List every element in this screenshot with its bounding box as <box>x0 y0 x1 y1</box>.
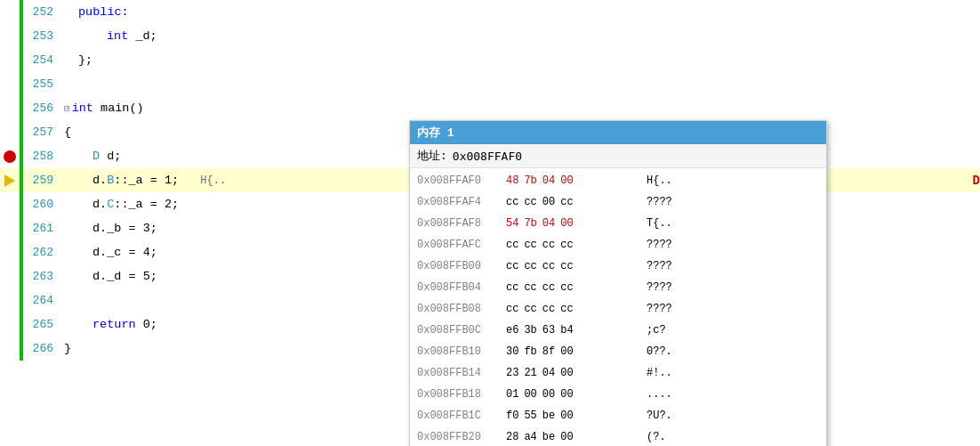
mem-byte-6-2: cc <box>542 303 555 315</box>
mem-byte-8-2: 8f <box>542 345 555 358</box>
mem-byte-5-0: cc <box>506 281 518 294</box>
mem-byte-10-2: 00 <box>542 388 555 401</box>
memory-row-3: 0x008FFAFC cc cc cc cc ???? <box>410 234 826 255</box>
code-line-254: 254 }; <box>0 48 980 72</box>
line-indicator-258 <box>0 150 20 163</box>
mem-byte-10-0: 01 <box>506 388 518 401</box>
mem-byte-12-1: a4 <box>524 431 536 443</box>
mem-ascii-3: ???? <box>647 239 672 251</box>
mem-byte-7-1: 3b <box>524 324 536 337</box>
line-number-258: 258 <box>23 150 60 163</box>
mem-addr-12: 0x008FFB20 <box>417 431 506 443</box>
line-number-254: 254 <box>23 53 60 67</box>
breakpoint-icon[interactable] <box>4 150 16 163</box>
mem-byte-0-1: 7b <box>524 174 536 187</box>
mem-byte-12-0: 28 <box>506 431 518 443</box>
memory-panel-title: 内存 1 <box>410 121 826 144</box>
line-number-262: 262 <box>23 246 60 259</box>
mem-byte-5-1: cc <box>524 281 536 294</box>
mem-byte-0-3: 00 <box>560 174 573 187</box>
mem-bytes-3: cc cc cc cc <box>506 239 639 251</box>
code-line-253: 253 int _d; <box>0 24 980 48</box>
mem-ascii-1: ???? <box>647 196 672 208</box>
mem-byte-2-3: 00 <box>560 217 573 230</box>
memory-panel: 内存 1 地址: 0x008FFAF0 0x008FFAF0 48 7b 04 … <box>409 120 827 446</box>
timing-tooltip: H{.. <box>200 174 226 187</box>
code-line-256: 256 ⊟int main() <box>0 96 980 120</box>
d-label: D <box>973 174 980 188</box>
memory-address-value: 0x008FFAF0 <box>453 150 522 163</box>
mem-byte-4-3: cc <box>560 260 573 272</box>
mem-byte-8-3: 00 <box>560 345 573 358</box>
mem-byte-8-1: fb <box>524 345 536 358</box>
mem-ascii-11: ?U?. <box>647 410 672 422</box>
mem-ascii-5: ???? <box>647 281 672 294</box>
mem-ascii-12: (?. <box>647 431 666 443</box>
memory-row-2: 0x008FFAF8 54 7b 04 00 T{.. <box>410 213 826 234</box>
mem-addr-11: 0x008FFB1C <box>417 410 506 422</box>
mem-ascii-7: ;c? <box>647 324 666 337</box>
mem-addr-4: 0x008FFB00 <box>417 260 506 272</box>
mem-bytes-7: e6 3b 63 b4 <box>506 324 639 337</box>
line-indicator-259 <box>0 174 20 187</box>
mem-byte-4-1: cc <box>524 260 536 272</box>
mem-ascii-10: .... <box>647 388 672 401</box>
line-number-261: 261 <box>23 222 60 235</box>
mem-byte-11-1: 55 <box>524 410 536 422</box>
line-number-265: 265 <box>23 318 60 331</box>
line-number-253: 253 <box>23 29 60 43</box>
memory-row-6: 0x008FFB08 cc cc cc cc ???? <box>410 298 826 320</box>
mem-addr-2: 0x008FFAF8 <box>417 217 506 230</box>
mem-byte-2-2: 04 <box>542 217 555 230</box>
mem-byte-12-2: be <box>542 431 555 443</box>
memory-row-11: 0x008FFB1C f0 55 be 00 ?U?. <box>410 405 826 426</box>
mem-byte-2-1: 7b <box>524 217 536 230</box>
mem-ascii-2: T{.. <box>647 217 672 230</box>
mem-byte-5-3: cc <box>560 281 573 294</box>
mem-byte-10-1: 00 <box>524 388 536 401</box>
mem-byte-3-1: cc <box>524 239 536 251</box>
collapse-icon-256[interactable]: ⊟ <box>64 103 70 114</box>
mem-byte-7-2: 63 <box>542 324 555 337</box>
memory-row-10: 0x008FFB18 01 00 00 00 .... <box>410 384 826 405</box>
mem-byte-1-2: 00 <box>542 196 555 208</box>
mem-addr-10: 0x008FFB18 <box>417 388 506 401</box>
line-number-256: 256 <box>23 101 60 115</box>
memory-row-9: 0x008FFB14 23 21 04 00 #!.. <box>410 362 826 384</box>
line-number-266: 266 <box>23 342 60 355</box>
mem-byte-7-3: b4 <box>560 324 573 337</box>
line-number-255: 255 <box>23 77 60 91</box>
memory-row-1: 0x008FFAF4 cc cc 00 cc ???? <box>410 191 826 213</box>
line-number-257: 257 <box>23 126 60 139</box>
mem-byte-2-0: 54 <box>506 217 518 230</box>
mem-addr-3: 0x008FFAFC <box>417 239 506 251</box>
mem-byte-11-2: be <box>542 410 555 422</box>
mem-byte-11-0: f0 <box>506 410 518 422</box>
mem-ascii-6: ???? <box>647 303 672 315</box>
mem-byte-1-3: cc <box>560 196 573 208</box>
memory-address-bar: 地址: 0x008FFAF0 <box>410 144 826 168</box>
mem-addr-6: 0x008FFB08 <box>417 303 506 315</box>
mem-byte-7-0: e6 <box>506 324 518 337</box>
line-number-263: 263 <box>23 270 60 283</box>
line-number-259: 259 <box>23 174 60 187</box>
mem-byte-4-0: cc <box>506 260 518 272</box>
mem-bytes-4: cc cc cc cc <box>506 260 639 272</box>
mem-bytes-1: cc cc 00 cc <box>506 196 639 208</box>
line-content-254: }; <box>60 53 980 67</box>
mem-byte-9-3: 00 <box>560 367 573 379</box>
line-content-256: ⊟int main() <box>60 101 980 115</box>
memory-address-label: 地址: <box>417 148 447 164</box>
mem-bytes-11: f0 55 be 00 <box>506 410 639 422</box>
mem-addr-9: 0x008FFB14 <box>417 367 506 379</box>
line-content-252: public: <box>60 5 980 19</box>
mem-byte-3-2: cc <box>542 239 555 251</box>
memory-row-5: 0x008FFB04 cc cc cc cc ???? <box>410 277 826 298</box>
memory-rows: 0x008FFAF0 48 7b 04 00 H{.. 0x008FFAF4 c… <box>410 168 826 446</box>
mem-byte-0-2: 04 <box>542 174 555 187</box>
mem-bytes-6: cc cc cc cc <box>506 303 639 315</box>
mem-ascii-4: ???? <box>647 260 672 272</box>
mem-byte-0-0: 48 <box>506 174 518 187</box>
mem-bytes-5: cc cc cc cc <box>506 281 639 294</box>
mem-addr-7: 0x008FFB0C <box>417 324 506 337</box>
